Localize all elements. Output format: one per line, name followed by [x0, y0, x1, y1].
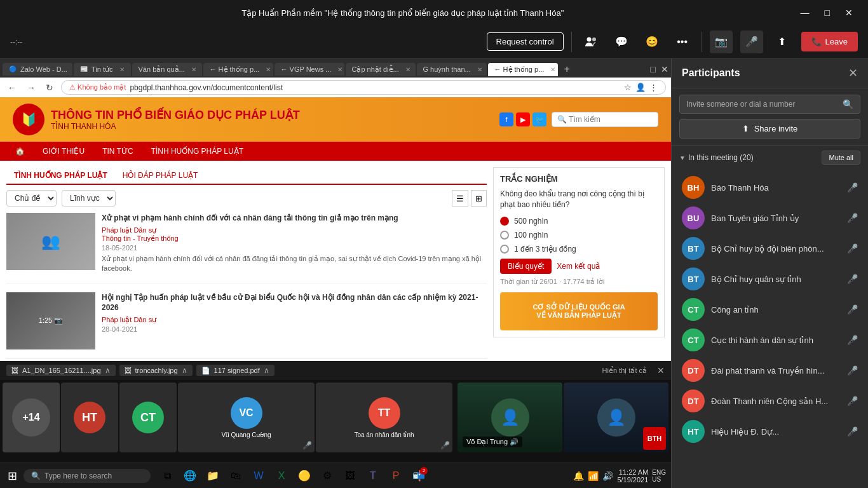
mute-all-button[interactable]: Mute all	[822, 151, 860, 165]
leave-button[interactable]: 📞 Leave	[801, 32, 858, 51]
more-options-button[interactable]: •••	[671, 30, 694, 53]
participant-item-bh[interactable]: BH Báo Thanh Hóa 🎤	[672, 172, 868, 203]
request-control-button[interactable]: Request control	[487, 32, 564, 51]
download-bar-close[interactable]: ✕	[657, 365, 665, 376]
video-tile-tt[interactable]: TT Toa án nhân dân tỉnh 🎤	[316, 383, 452, 452]
tab-close-tintuc[interactable]: ✕	[119, 66, 125, 73]
site-search-input[interactable]	[552, 112, 658, 127]
new-tab-button[interactable]: +	[559, 61, 575, 78]
tab-close-huynh[interactable]: ✕	[477, 66, 482, 73]
tab-close-vgp[interactable]: ✕	[337, 66, 342, 73]
tab-close-browser-button[interactable]: ✕	[661, 64, 668, 74]
taskbar-powerpoint[interactable]: P	[386, 466, 406, 486]
share-screen-button[interactable]: ⬆	[771, 30, 794, 53]
taskbar-chrome[interactable]: 🟡	[294, 466, 315, 486]
youtube-icon[interactable]: ▶	[516, 112, 530, 126]
taskbar-excel[interactable]: X	[271, 466, 292, 486]
video-tile-real-2[interactable]: 👤 BTH	[564, 383, 668, 452]
participant-item-bu[interactable]: BU Ban Tuyên giáo Tỉnh ủy 🎤	[672, 203, 868, 233]
facebook-icon[interactable]: f	[499, 112, 513, 126]
list-view-button[interactable]: ☰	[452, 190, 468, 207]
profile-icon[interactable]: 👤	[635, 83, 646, 92]
download-close-1[interactable]: ∧	[105, 366, 111, 375]
clock[interactable]: 11:22 AM 5/19/2021	[617, 468, 648, 484]
participant-item-bt1[interactable]: BT Bộ Chỉ huy bộ đội biên phòn... 🎤	[672, 233, 868, 264]
reactions-icon-button[interactable]: 😊	[641, 30, 663, 53]
topic-filter[interactable]: Chủ đề	[6, 190, 57, 207]
bookmark-icon[interactable]: ☆	[624, 83, 632, 92]
video-tile-ht[interactable]: HT	[61, 383, 118, 452]
tab-hethong2[interactable]: ← Hệ thống p... ✕	[488, 63, 558, 76]
result-button[interactable]: Xem kết quả	[557, 262, 600, 271]
nav-home[interactable]: 🏠	[6, 142, 34, 161]
quiz-radio-3[interactable]	[500, 245, 509, 254]
start-button[interactable]: ⊞	[5, 466, 20, 485]
video-tile-ct[interactable]: CT	[119, 383, 177, 452]
participants-icon-button[interactable]	[580, 30, 602, 53]
taskbar-search-box[interactable]: 🔍 Type here to search	[24, 469, 151, 483]
sub-nav-tinhuong[interactable]: TÌNH HUỐNG PHÁP LUẬT	[6, 167, 115, 185]
quiz-radio-selected[interactable]	[500, 217, 509, 226]
tab-capnhat[interactable]: Cập nhật diễ... ✕	[346, 63, 416, 76]
participant-item-bt2[interactable]: BT Bộ Chỉ huy quân sự tỉnh 🎤	[672, 264, 868, 294]
video-tile-vc[interactable]: VC Vũ Quang Cường 🎤	[178, 383, 315, 452]
minimize-button[interactable]: —	[796, 5, 815, 20]
taskbar-word[interactable]: W	[248, 466, 269, 486]
tab-vgp[interactable]: ← VGP News ... ✕	[275, 63, 344, 76]
participant-item-ct2[interactable]: CT Cục thi hành án dân sự tỉnh 🎤	[672, 325, 868, 355]
network-icon[interactable]: 📶	[588, 471, 599, 481]
download-close-2[interactable]: ∧	[182, 366, 187, 375]
volume-icon[interactable]: 🔊	[602, 471, 613, 481]
video-tile-real-1[interactable]: 👤 Võ Đại Trung 🔊	[458, 383, 562, 452]
article-title-1[interactable]: Xử phạt vi phạm hành chính đối với cá nh…	[102, 213, 487, 224]
participant-item-ct1[interactable]: CT Công an tỉnh 🎤	[672, 294, 868, 325]
maximize-button[interactable]: □	[820, 5, 835, 20]
participant-item-ht[interactable]: HT Hiệu Hiệu Đ. Dự... 🎤	[672, 416, 868, 447]
nav-tintuc[interactable]: TIN TỨC	[93, 142, 142, 161]
participant-item-dt2[interactable]: DT Đoàn Thanh niên Cộng sản H... 🎤	[672, 386, 868, 416]
tab-zalo[interactable]: 🔵 Zalo Web - D... ✕	[3, 63, 72, 76]
quiz-radio-2[interactable]	[500, 231, 509, 240]
taskbar-explorer[interactable]: 📁	[203, 466, 223, 486]
share-invite-button[interactable]: ⬆ Share invite	[679, 119, 860, 139]
video-tile-count[interactable]: +14	[3, 383, 60, 452]
forward-button[interactable]: →	[24, 81, 38, 94]
taskbar-photos[interactable]: 🖼	[340, 466, 360, 486]
tab-hethong1[interactable]: ← Hệ thống p... ✕	[203, 63, 273, 76]
taskbar-settings[interactable]: ⚙	[317, 466, 337, 486]
tab-restore-button[interactable]: □	[651, 64, 656, 74]
tab-huynh[interactable]: G huỳnh than... ✕	[417, 63, 487, 76]
close-button[interactable]: ✕	[840, 5, 858, 20]
vote-button[interactable]: Biểu quyết	[500, 259, 552, 274]
menu-icon[interactable]: ⋮	[649, 83, 658, 92]
download-close-3[interactable]: ∧	[264, 366, 269, 375]
tab-tintuc[interactable]: 📰 Tin tức ✕	[74, 63, 131, 76]
tab-close-hethong2[interactable]: ✕	[550, 66, 555, 73]
back-button[interactable]: ←	[5, 81, 19, 94]
quiz-banner[interactable]: CƠ SỞ DỮ LIỆU QUỐC GIAVỀ VĂN BẢN PHÁP LU…	[500, 292, 658, 330]
chat-icon-button[interactable]: 💬	[610, 30, 633, 53]
video-toggle-button[interactable]: 📷	[710, 30, 733, 53]
nav-gioithieu[interactable]: GIỚI THIỆU	[34, 142, 93, 161]
taskbar-store[interactable]: 🛍	[226, 466, 246, 486]
taskbar-taskview[interactable]: ⧉	[157, 466, 177, 486]
reload-button[interactable]: ↻	[43, 81, 56, 94]
taskbar-mail[interactable]: 📬 2	[409, 466, 429, 486]
notification-icon[interactable]: 🔔	[573, 471, 584, 481]
sub-nav-hoidap[interactable]: HỎI ĐÁP PHÁP LUẬT	[115, 167, 206, 185]
address-bar[interactable]: ⚠ Không bảo mật pbgdpl.thanhhoa.gov.vn/d…	[61, 80, 666, 95]
invite-search-box[interactable]: Invite someone or dial a number 🔍	[679, 95, 860, 114]
taskbar-teams[interactable]: T	[363, 466, 383, 486]
tab-close-capnhat[interactable]: ✕	[405, 66, 410, 73]
show-all-downloads[interactable]: Hiển thị tất cả	[602, 367, 647, 375]
grid-view-button[interactable]: ⊞	[471, 190, 487, 207]
nav-tinhuong[interactable]: TÌNH HUỐNG PHÁP LUẬT	[142, 142, 252, 161]
mic-toggle-button[interactable]: 🎤	[740, 30, 763, 53]
tab-close-hethong1[interactable]: ✕	[266, 66, 271, 73]
twitter-icon[interactable]: 🐦	[532, 112, 546, 126]
taskbar-edge[interactable]: 🌐	[180, 466, 200, 486]
domain-filter[interactable]: Lĩnh vực	[62, 190, 116, 207]
tab-vanban[interactable]: Văn bản quả... ✕	[132, 63, 202, 76]
panel-close-button[interactable]: ✕	[848, 66, 858, 80]
article-title-2[interactable]: Hội nghị Tập huấn pháp luật về bầu cử Đạ…	[102, 292, 487, 314]
